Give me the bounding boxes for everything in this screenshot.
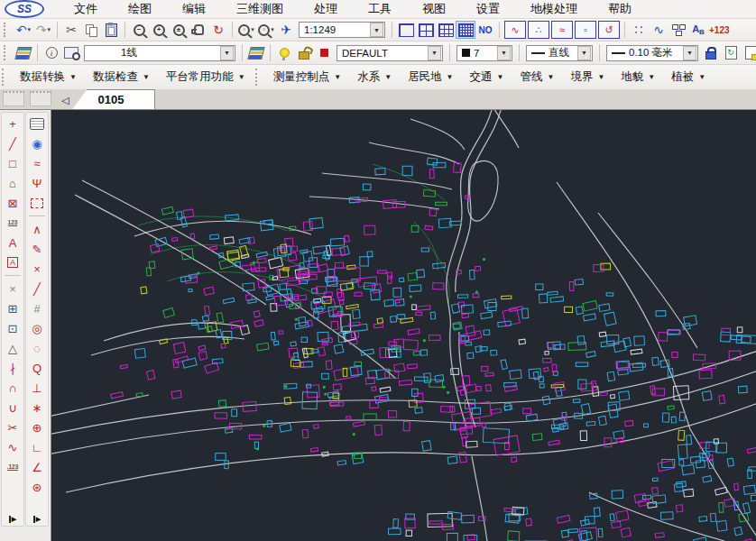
menu-item-5[interactable]: 工具: [353, 1, 407, 17]
linetype-combo[interactable]: 直线▼: [526, 45, 593, 61]
area-tool-icon[interactable]: ▫: [575, 21, 596, 39]
text-style-icon[interactable]: AB: [688, 21, 708, 39]
sketch-icon[interactable]: ✎: [26, 239, 48, 259]
menu-item-8[interactable]: 地模处理: [515, 1, 593, 17]
layer-on-icon[interactable]: [274, 44, 294, 62]
grid-points-icon[interactable]: #: [26, 298, 48, 318]
toolbar-grip[interactable]: [4, 23, 9, 38]
select-box-icon[interactable]: [26, 193, 48, 213]
chevron-down-icon[interactable]: ▼: [428, 46, 441, 60]
doc-refresh-icon[interactable]: ↻: [721, 44, 741, 62]
draw-polygon-icon[interactable]: ⌂: [2, 173, 23, 193]
lock-objects-icon[interactable]: [701, 44, 721, 62]
toolbar-expand-icon[interactable]: ▶: [33, 516, 41, 523]
draw-text-icon[interactable]: A: [2, 233, 23, 252]
zoom-all-icon[interactable]: [416, 21, 436, 39]
zoom-previous-icon[interactable]: ◦▾: [236, 21, 256, 39]
notebook-icon[interactable]: [26, 114, 48, 133]
zoom-dynamic-icon[interactable]: ±: [169, 21, 189, 39]
grid-fine-icon[interactable]: [456, 21, 475, 39]
menu-item-3[interactable]: 三维测图: [221, 1, 299, 17]
menu-button-right-2[interactable]: 居民地▼: [400, 69, 461, 85]
lineweight-combo[interactable]: 0.10 毫米▼: [606, 45, 698, 61]
menu-item-1[interactable]: 绘图: [113, 1, 167, 17]
layer-unlock-icon[interactable]: [294, 44, 314, 62]
slope-down-icon[interactable]: ∪: [2, 398, 23, 417]
drawing-tab-0105[interactable]: 0105: [72, 89, 155, 109]
perpendicular-icon[interactable]: ⊥: [26, 378, 48, 398]
angle-dimension-icon[interactable]: ∠: [26, 457, 48, 477]
layer-info-icon[interactable]: i: [41, 44, 61, 62]
draw-rect-icon[interactable]: □: [2, 153, 23, 173]
ortho-no-icon[interactable]: NO: [475, 21, 495, 39]
node-delete-icon[interactable]: ×: [26, 259, 48, 279]
text-style-icon[interactable]: A: [2, 252, 23, 272]
chevron-down-icon[interactable]: ▼: [220, 46, 234, 60]
scale-combo[interactable]: 1:1249▼: [299, 22, 385, 38]
menu-item-6[interactable]: 视图: [407, 1, 461, 17]
chevron-down-icon[interactable]: ▼: [577, 46, 591, 60]
toolbar-expand-icon[interactable]: ▶: [9, 516, 16, 523]
menu-button-right-1[interactable]: 水系▼: [349, 69, 400, 85]
points-display-icon[interactable]: ∷: [629, 21, 649, 39]
layer-find-icon[interactable]: [61, 44, 81, 62]
draw-point-icon[interactable]: +: [2, 114, 23, 133]
loop-tool-icon[interactable]: ↺: [598, 21, 620, 39]
cut-icon[interactable]: ✂: [61, 21, 81, 39]
undo-icon[interactable]: ↶▾: [14, 21, 33, 39]
circle-point-icon[interactable]: ◎: [26, 318, 48, 338]
toolbar-grip[interactable]: [30, 91, 51, 106]
star-point-icon[interactable]: ∗: [26, 398, 48, 417]
erase-icon[interactable]: ×: [2, 279, 23, 298]
clip-box-icon[interactable]: ✂: [2, 417, 23, 437]
circle-cross-icon[interactable]: ⊕: [26, 417, 48, 437]
symbol-library-icon[interactable]: ◉: [26, 133, 48, 153]
style-combo[interactable]: DEFAULT▼: [337, 45, 443, 61]
blocks-icon[interactable]: [668, 21, 688, 39]
hatch-icon[interactable]: ⊠: [2, 193, 23, 213]
ribbon-icon[interactable]: ≈: [26, 153, 48, 173]
tab-scroll-left-icon[interactable]: ◁: [61, 95, 69, 106]
menu-button-right-3[interactable]: 交通▼: [462, 69, 512, 85]
rotate-view-icon[interactable]: ↻: [208, 21, 228, 39]
chevron-down-icon[interactable]: ▼: [370, 23, 383, 37]
menu-item-2[interactable]: 编辑: [167, 1, 221, 17]
app-logo[interactable]: SS: [5, 0, 44, 18]
toolbar-grip[interactable]: [255, 69, 261, 86]
mirror-icon[interactable]: △: [2, 338, 23, 358]
chevron-down-icon[interactable]: ▼: [683, 46, 696, 60]
node-polyline-icon[interactable]: ∧: [26, 219, 48, 239]
toolbar-grip[interactable]: [3, 91, 24, 106]
number-annotate-icon[interactable]: +123: [708, 21, 731, 39]
menu-button-left-2[interactable]: 平台常用功能▼: [158, 69, 254, 85]
menu-item-4[interactable]: 处理: [299, 1, 353, 17]
menu-button-left-0[interactable]: 数据转换▼: [12, 69, 85, 85]
toolbar-grip[interactable]: [4, 45, 9, 61]
menu-item-9[interactable]: 帮助: [593, 1, 647, 17]
axis-dimension-icon[interactable]: ∟: [26, 437, 48, 457]
join-rects-icon[interactable]: ⊞: [2, 298, 23, 318]
count-label-icon[interactable]: .123: [2, 457, 23, 477]
pan-icon[interactable]: [189, 21, 208, 39]
vegetation-symbol-icon[interactable]: Ψ: [26, 173, 48, 193]
node-line-icon[interactable]: ╱: [26, 279, 48, 298]
batter-line-icon[interactable]: ∿: [2, 437, 23, 457]
polyline-display-icon[interactable]: ∿: [649, 21, 668, 39]
menu-button-right-4[interactable]: 管线▼: [512, 69, 562, 85]
chevron-down-icon[interactable]: ▼: [497, 46, 511, 60]
trim-icon[interactable]: ∤: [2, 358, 23, 378]
lasso-icon[interactable]: Q: [26, 358, 48, 378]
fly-view-icon[interactable]: ✈: [276, 21, 296, 39]
zoom-extents-icon[interactable]: [396, 21, 416, 39]
grid-coarse-icon[interactable]: [436, 21, 456, 39]
zoom-window-icon[interactable]: ▫▾: [256, 21, 276, 39]
layer-manager-icon[interactable]: [14, 44, 33, 62]
wave-tool-icon[interactable]: ≈: [551, 21, 573, 39]
draw-line-icon[interactable]: ╱: [2, 133, 23, 153]
gear-symbol-icon[interactable]: ⊛: [26, 477, 48, 497]
color-combo[interactable]: 7▼: [456, 45, 512, 61]
menu-item-7[interactable]: 设置: [461, 1, 515, 17]
profile-tool-icon[interactable]: ∿: [504, 21, 526, 39]
layer-states-icon[interactable]: [246, 44, 266, 62]
layer-combo[interactable]: 1线▼: [84, 45, 235, 61]
